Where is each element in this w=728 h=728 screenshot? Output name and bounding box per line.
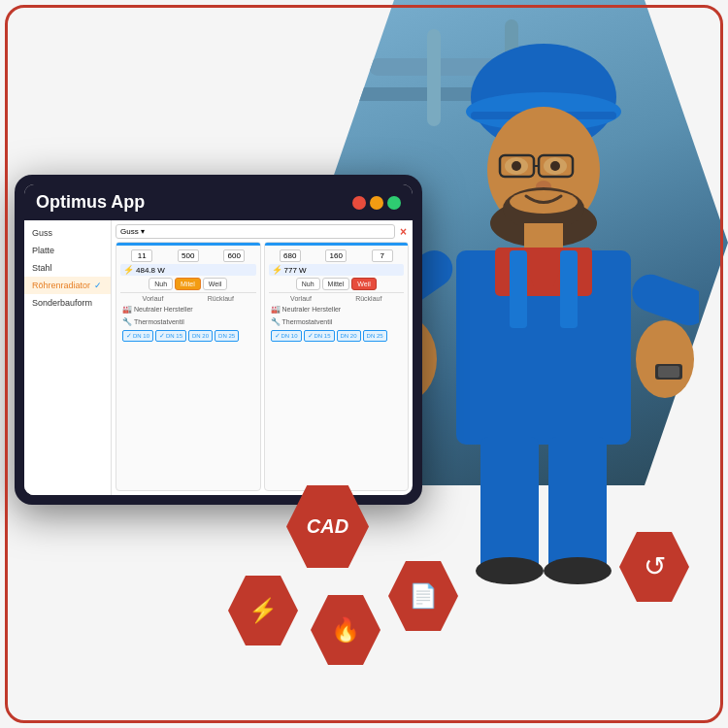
hex-electrical-icon[interactable]: ⚡ [228, 576, 298, 645]
power-display-2: ⚡ 777 W [269, 264, 405, 276]
card-accent-1 [116, 243, 260, 246]
mode-buttons-2: Nuh Mittel Weil [269, 278, 405, 290]
tablet-container: Optimus App Guss Plat [15, 175, 422, 505]
type-dropdown[interactable]: Guss ▾ [116, 224, 395, 239]
dn-tags-1: ✓DN 10 ✓DN 15 DN 20 DN 25 [120, 329, 256, 343]
card-accent-2 [265, 243, 409, 246]
active-check-icon: ✓ [94, 281, 102, 290]
mode-mitel-1[interactable]: Mitel [175, 278, 201, 290]
rucklauf-label-1: Rücklauf [208, 295, 234, 302]
fire-icon: 🔥 [331, 618, 360, 642]
dn-tag-15-2[interactable]: ✓DN 15 [304, 330, 335, 342]
dn-tag-10-1[interactable]: ✓DN 10 [122, 330, 153, 342]
num-11: 11 [131, 249, 152, 262]
num-7: 7 [372, 249, 393, 262]
sidebar-item-sonder[interactable]: Sonderbauform [24, 294, 111, 312]
manufacturer-row-1: 🏭 Neutraler Hersteller [120, 304, 256, 314]
num-160: 160 [325, 249, 347, 262]
svg-rect-28 [658, 366, 679, 378]
svg-rect-29 [480, 437, 539, 573]
dn-tag-25-2[interactable]: DN 25 [363, 330, 387, 342]
card-numbers-2: 680 160 7 [269, 249, 405, 262]
electrical-icon: ⚡ [248, 599, 278, 622]
hex-fire-icon[interactable]: 🔥 [311, 595, 381, 665]
manufacturer-row-2: 🏭 Neutraler Hersteller [269, 304, 405, 314]
dn-tag-20-1[interactable]: DN 20 [188, 330, 213, 342]
app-title: Optimus App [36, 192, 145, 213]
mode-weil-1[interactable]: Weil [203, 278, 227, 290]
radiator-card-1: 11 500 600 ⚡ 484.8 W Nuh [116, 242, 261, 491]
dn-tag-20-2[interactable]: DN 20 [337, 330, 361, 342]
app-content: Guss Platte Stahl Röhrenradiator ✓ [24, 220, 413, 495]
mode-mittel-2[interactable]: Mittel [322, 278, 350, 290]
refresh-icon: ↺ [644, 553, 666, 580]
tablet-screen: Optimus App Guss Plat [24, 184, 413, 495]
mode-buttons-1: Nuh Mitel Weil [120, 278, 256, 290]
dn-tags-2: ✓DN 10 ✓DN 15 DN 20 DN 25 [269, 329, 405, 343]
maximize-btn[interactable] [387, 196, 401, 210]
num-680: 680 [280, 249, 301, 262]
cards-row: 11 500 600 ⚡ 484.8 W Nuh [116, 242, 409, 491]
window-controls [352, 196, 401, 210]
valve-icon-2: 🔧 [271, 317, 281, 326]
main-scene: Optimus App Guss Plat [0, 0, 728, 728]
vr-row-1: Vorlauf Rücklauf [120, 292, 256, 302]
minimize-btn[interactable] [370, 196, 383, 210]
app-header: Optimus App [24, 184, 413, 220]
close-btn[interactable] [352, 196, 366, 210]
controls-row: Guss ▾ × [116, 224, 409, 239]
power-icon-2: ⚡ [272, 265, 282, 275]
valve-row-1: 🔧 Thermostatventil [120, 316, 256, 327]
svg-point-31 [476, 557, 544, 584]
manufacturer-icon-1: 🏭 [122, 305, 132, 314]
svg-point-26 [636, 320, 694, 398]
radiator-card-2: 680 160 7 ⚡ 777 W Nuh Mi [264, 242, 410, 491]
mode-weil-2[interactable]: Weil [351, 278, 376, 290]
dn-tag-15-1[interactable]: ✓DN 15 [155, 330, 186, 342]
svg-point-10 [512, 161, 521, 171]
dn-tag-10-2[interactable]: ✓DN 10 [271, 330, 302, 342]
vr-row-2: Vorlauf Rücklauf [269, 292, 405, 302]
manufacturer-icon-2: 🏭 [271, 305, 281, 314]
vorlauf-label-2: Vorlauf [290, 295, 312, 302]
svg-rect-19 [510, 250, 527, 328]
vorlauf-label-1: Vorlauf [143, 295, 164, 302]
document-icon: 📄 [409, 584, 438, 608]
num-600: 600 [223, 249, 245, 262]
svg-rect-20 [560, 250, 578, 328]
sidebar: Guss Platte Stahl Röhrenradiator ✓ [24, 220, 112, 495]
tablet-body: Optimus App Guss Plat [15, 175, 422, 505]
cad-label: CAD [307, 515, 348, 538]
power-display-1: ⚡ 484.8 W [120, 264, 256, 276]
power-icon-1: ⚡ [123, 265, 134, 275]
valve-row-2: 🔧 Thermostatventil [269, 316, 405, 327]
sidebar-item-platte[interactable]: Platte [24, 242, 111, 259]
card-numbers-1: 11 500 600 [120, 249, 256, 262]
num-500: 500 [178, 249, 199, 262]
main-content-area: Guss ▾ × 11 500 [112, 220, 413, 495]
close-button[interactable]: × [398, 225, 409, 239]
svg-point-32 [544, 557, 612, 584]
mode-nuh-2[interactable]: Nuh [296, 278, 320, 290]
svg-point-11 [550, 161, 560, 171]
sidebar-item-guss[interactable]: Guss [24, 224, 111, 242]
valve-icon-1: 🔧 [122, 317, 132, 326]
mode-nuh-1[interactable]: Nuh [149, 278, 173, 290]
svg-rect-30 [548, 437, 607, 573]
sidebar-item-stahl[interactable]: Stahl [24, 259, 111, 277]
rucklauf-label-2: Rücklauf [355, 295, 381, 302]
dn-tag-25-1[interactable]: DN 25 [215, 330, 239, 342]
sidebar-item-rohren[interactable]: Röhrenradiator ✓ [24, 277, 111, 294]
